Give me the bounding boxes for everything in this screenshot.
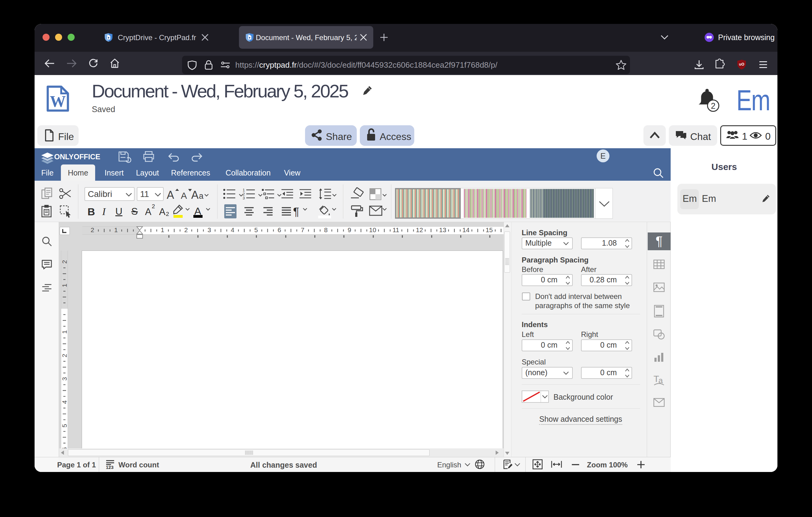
svg-text:123: 123	[106, 465, 114, 470]
svg-text:¶: ¶	[293, 206, 299, 218]
svg-text:2: 2	[184, 226, 188, 234]
svg-text:3: 3	[207, 226, 211, 234]
svg-text:7: 7	[301, 226, 304, 234]
svg-text:uO: uO	[739, 62, 744, 66]
svg-text:10: 10	[369, 226, 376, 234]
svg-text:1: 1	[61, 283, 68, 287]
svg-text:2: 2	[91, 226, 94, 234]
svg-text:14: 14	[462, 226, 470, 234]
svg-text:A: A	[181, 191, 187, 200]
svg-text:12: 12	[416, 226, 423, 234]
svg-text:3: 3	[242, 196, 245, 200]
svg-text:6: 6	[278, 226, 281, 234]
svg-text:3: 3	[61, 377, 68, 381]
svg-text:4: 4	[61, 400, 68, 404]
svg-text:5: 5	[254, 226, 258, 234]
svg-text:5: 5	[61, 424, 68, 428]
svg-text:A: A	[167, 189, 174, 201]
svg-text:1: 1	[161, 226, 164, 234]
svg-text:a: a	[199, 191, 204, 200]
svg-text:1: 1	[114, 226, 118, 234]
svg-text:8: 8	[324, 226, 328, 234]
svg-text:4: 4	[231, 226, 234, 234]
svg-text:2: 2	[61, 260, 68, 264]
svg-text:13: 13	[439, 226, 446, 234]
svg-text:W: W	[50, 93, 66, 110]
svg-text:11: 11	[393, 226, 399, 234]
svg-text:2: 2	[61, 354, 68, 357]
svg-text:1: 1	[61, 330, 68, 334]
svg-text:15: 15	[486, 226, 493, 234]
svg-text:A: A	[191, 189, 199, 201]
svg-text:9: 9	[348, 226, 351, 234]
